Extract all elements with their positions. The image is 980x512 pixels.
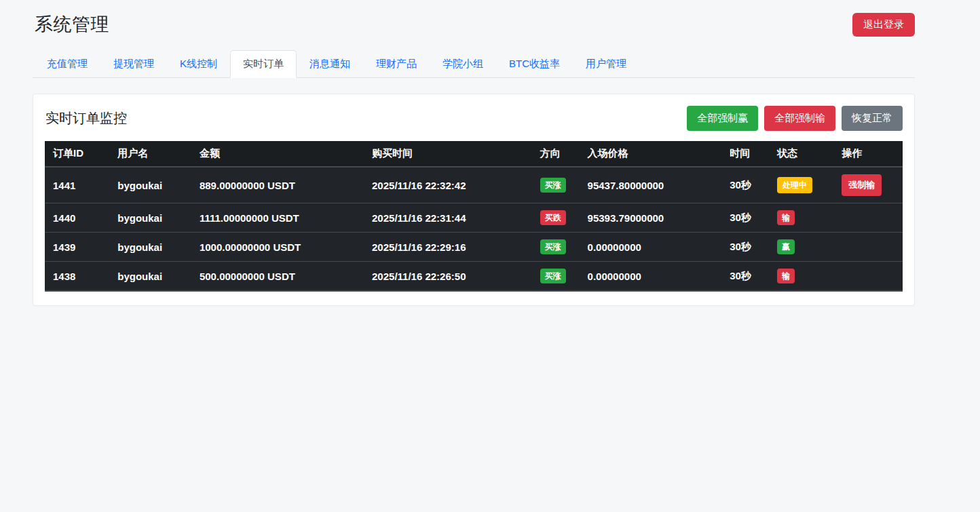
tab-item[interactable]: 学院小组 <box>430 50 496 78</box>
cell-action <box>833 233 903 262</box>
tab-bar: 充值管理提现管理K线控制实时订单消息通知理财产品学院小组BTC收益率用户管理 <box>33 50 915 78</box>
column-header: 时间 <box>721 141 769 167</box>
table-row: 1441bygoukai889.00000000 USDT2025/11/16 … <box>45 167 903 203</box>
tab-item[interactable]: 提现管理 <box>100 50 167 78</box>
table-row: 1438bygoukai500.00000000 USDT2025/11/16 … <box>45 262 903 292</box>
logout-button[interactable]: 退出登录 <box>852 13 915 37</box>
cell-buy-time: 2025/11/16 22:31:44 <box>364 203 532 233</box>
cell-duration: 30秒 <box>721 167 769 203</box>
cell-buy-time: 2025/11/16 22:32:42 <box>364 167 532 203</box>
cell-order-id: 1441 <box>45 167 109 203</box>
tab-item[interactable]: 理财产品 <box>363 50 430 78</box>
cell-status: 输 <box>769 262 833 292</box>
cell-order-id: 1439 <box>45 233 109 262</box>
cell-duration: 30秒 <box>721 233 769 262</box>
cell-action: 强制输 <box>833 167 903 203</box>
cell-username: bygoukai <box>109 167 191 203</box>
direction-badge: 买涨 <box>540 269 566 283</box>
cell-amount: 1000.00000000 USDT <box>191 233 364 262</box>
table-row: 1439bygoukai1000.00000000 USDT2025/11/16… <box>45 233 903 262</box>
cell-duration: 30秒 <box>721 262 769 292</box>
cell-buy-time: 2025/11/16 22:26:50 <box>364 262 532 292</box>
status-badge: 输 <box>777 210 795 225</box>
cell-username: bygoukai <box>109 262 191 292</box>
cell-entry-price: 95393.79000000 <box>580 203 722 233</box>
status-badge: 赢 <box>777 239 795 254</box>
column-header: 用户名 <box>109 141 191 167</box>
bulk-action-button[interactable]: 恢复正常 <box>842 106 903 131</box>
card-header: 实时订单监控 全部强制赢全部强制输恢复正常 <box>45 106 903 131</box>
tab-item[interactable]: 实时订单 <box>230 50 297 78</box>
column-header: 操作 <box>833 141 903 167</box>
cell-username: bygoukai <box>109 233 191 262</box>
orders-card: 实时订单监控 全部强制赢全部强制输恢复正常 订单ID用户名金额购买时间方向入场价… <box>33 94 915 306</box>
column-header: 入场价格 <box>580 141 722 167</box>
column-header: 订单ID <box>45 141 109 167</box>
table-body: 1441bygoukai889.00000000 USDT2025/11/16 … <box>45 167 903 291</box>
status-badge: 处理中 <box>777 177 812 193</box>
cell-amount: 1111.00000000 USDT <box>191 203 364 233</box>
column-header: 状态 <box>769 141 833 167</box>
bulk-action-button[interactable]: 全部强制输 <box>764 106 835 131</box>
table-head: 订单ID用户名金额购买时间方向入场价格时间状态操作 <box>45 141 903 167</box>
cell-entry-price: 95437.80000000 <box>580 167 722 203</box>
cell-amount: 500.00000000 USDT <box>191 262 364 292</box>
card-title: 实时订单监控 <box>45 109 127 127</box>
status-badge: 输 <box>777 269 795 283</box>
card-actions: 全部强制赢全部强制输恢复正常 <box>681 106 903 131</box>
cell-entry-price: 0.00000000 <box>580 233 722 262</box>
column-header: 购买时间 <box>364 141 532 167</box>
cell-order-id: 1440 <box>45 203 109 233</box>
top-header: 系统管理 退出登录 <box>33 0 915 50</box>
cell-order-id: 1438 <box>45 262 109 292</box>
table-header-row: 订单ID用户名金额购买时间方向入场价格时间状态操作 <box>45 141 903 167</box>
cell-buy-time: 2025/11/16 22:29:16 <box>364 233 532 262</box>
cell-direction: 买涨 <box>532 167 580 203</box>
force-lose-button[interactable]: 强制输 <box>842 174 882 196</box>
orders-table: 订单ID用户名金额购买时间方向入场价格时间状态操作 1441bygoukai88… <box>45 141 903 292</box>
table-row: 1440bygoukai1111.00000000 USDT2025/11/16… <box>45 203 903 233</box>
cell-username: bygoukai <box>109 203 191 233</box>
cell-direction: 买跌 <box>532 203 580 233</box>
cell-status: 处理中 <box>769 167 833 203</box>
tab-item[interactable]: K线控制 <box>167 50 230 78</box>
cell-direction: 买涨 <box>532 233 580 262</box>
direction-badge: 买涨 <box>540 178 566 193</box>
bulk-action-button[interactable]: 全部强制赢 <box>687 106 758 131</box>
direction-badge: 买涨 <box>540 239 566 254</box>
cell-status: 赢 <box>769 233 833 262</box>
cell-action <box>833 203 903 233</box>
cell-entry-price: 0.00000000 <box>580 262 722 292</box>
tab-item[interactable]: 用户管理 <box>573 50 639 78</box>
cell-status: 输 <box>769 203 833 233</box>
page-container: 系统管理 退出登录 充值管理提现管理K线控制实时订单消息通知理财产品学院小组BT… <box>33 0 915 306</box>
cell-duration: 30秒 <box>721 203 769 233</box>
column-header: 方向 <box>532 141 580 167</box>
column-header: 金额 <box>191 141 364 167</box>
tab-item[interactable]: 消息通知 <box>297 50 363 78</box>
tab-item[interactable]: BTC收益率 <box>496 50 573 78</box>
cell-direction: 买涨 <box>532 262 580 292</box>
cell-amount: 889.00000000 USDT <box>191 167 364 203</box>
page-title: 系统管理 <box>35 12 109 37</box>
direction-badge: 买跌 <box>540 210 566 225</box>
tab-item[interactable]: 充值管理 <box>34 50 100 78</box>
cell-action <box>833 262 903 292</box>
